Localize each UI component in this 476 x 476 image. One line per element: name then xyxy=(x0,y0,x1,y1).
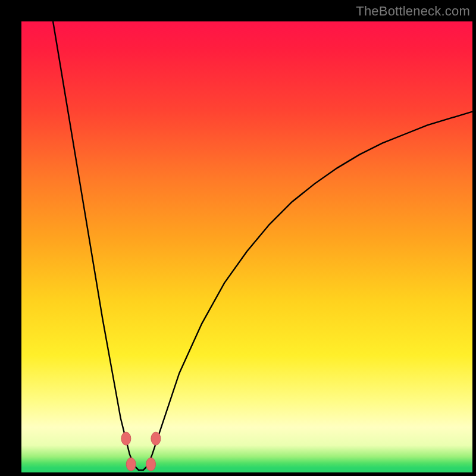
curve-marker xyxy=(146,458,156,471)
curve-markers xyxy=(121,432,161,471)
curve-marker xyxy=(121,432,131,445)
curve-marker xyxy=(126,458,136,471)
plot-area xyxy=(21,21,472,472)
bottleneck-curve xyxy=(21,21,472,472)
watermark-text: TheBottleneck.com xyxy=(356,4,470,19)
chart-frame: TheBottleneck.com xyxy=(0,0,476,476)
curve-line xyxy=(53,21,472,470)
curve-marker xyxy=(151,432,161,445)
